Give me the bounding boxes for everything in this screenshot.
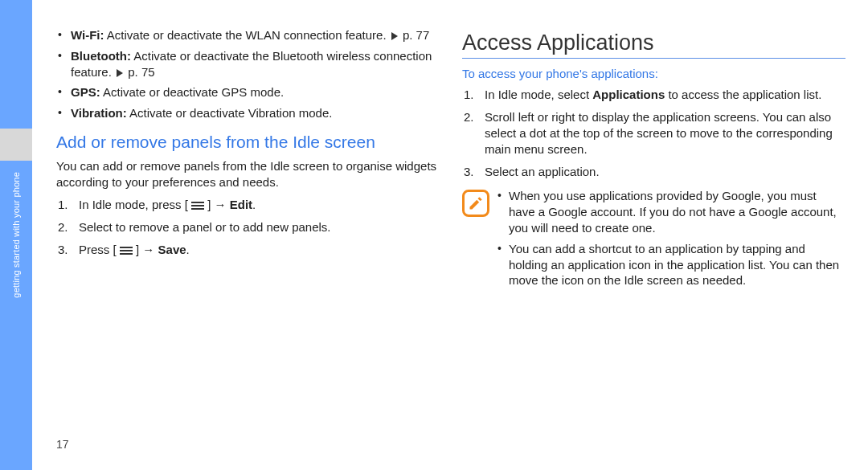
bullet-ref: p. 77 bbox=[399, 28, 430, 42]
step-text: to remove a panel or bbox=[116, 220, 230, 234]
menu-icon bbox=[120, 246, 133, 255]
triangle-icon bbox=[117, 69, 123, 77]
bullet-text: Activate or deactivate the WLAN connecti… bbox=[104, 28, 390, 42]
left-column: Wi-Fi: Activate or deactivate the WLAN c… bbox=[56, 27, 440, 448]
step-1: In Idle mode, select Applications to acc… bbox=[462, 87, 845, 103]
bullet-vibration: Vibration: Activate or deactivate Vibrat… bbox=[56, 105, 440, 121]
bullet-gps: GPS: Activate or deactivate GPS mode. bbox=[56, 84, 440, 100]
menu-icon bbox=[191, 201, 204, 210]
subheading: To access your phone's applications: bbox=[462, 67, 845, 80]
note-body: When you use applications provided by Go… bbox=[497, 188, 845, 293]
manual-page: getting started with your phone Wi-Fi: A… bbox=[0, 0, 868, 470]
step-bold: Applications bbox=[592, 88, 665, 101]
step-text: to add new panels. bbox=[230, 220, 331, 234]
feature-bullet-list: Wi-Fi: Activate or deactivate the WLAN c… bbox=[56, 27, 440, 121]
content-columns: Wi-Fi: Activate or deactivate the WLAN c… bbox=[56, 27, 845, 448]
section-heading-add-remove: Add or remove panels from the Idle scree… bbox=[56, 133, 440, 152]
step-text: In Idle mode, press [ bbox=[79, 198, 191, 211]
note-box: When you use applications provided by Go… bbox=[462, 188, 845, 293]
step-3: Select an application. bbox=[462, 164, 845, 180]
step-text: ] → bbox=[133, 243, 158, 256]
note-bullet-2: You can add a shortcut to an application… bbox=[497, 241, 845, 288]
step-text: Scroll left or right to display the appl… bbox=[485, 110, 833, 156]
step-2: Select to remove a panel or to add new p… bbox=[56, 219, 440, 235]
step-text: In Idle mode, select bbox=[485, 88, 592, 101]
note-bullet-list: When you use applications provided by Go… bbox=[497, 188, 845, 288]
bullet-wifi: Wi-Fi: Activate or deactivate the WLAN c… bbox=[56, 27, 440, 43]
step-text: ] → bbox=[204, 198, 230, 211]
step-text: . bbox=[186, 243, 190, 256]
step-1: In Idle mode, press [ ] → Edit. bbox=[56, 197, 440, 213]
triangle-icon bbox=[391, 32, 398, 40]
step-text: Select bbox=[79, 220, 116, 234]
right-column: Access Applications To access your phone… bbox=[462, 27, 845, 448]
note-text: You can add a shortcut to an application… bbox=[509, 242, 839, 288]
step-bold: Save bbox=[158, 243, 186, 256]
step-text: Select an application. bbox=[485, 165, 600, 178]
bullet-bold: Bluetooth: bbox=[71, 49, 131, 63]
bullet-bold: Vibration: bbox=[71, 106, 127, 120]
page-title: Access Applications bbox=[462, 31, 845, 59]
steps-list-right: In Idle mode, select Applications to acc… bbox=[462, 87, 845, 180]
bullet-bold: GPS: bbox=[71, 85, 100, 99]
note-text: When you use applications provided by Go… bbox=[509, 189, 837, 235]
bullet-text: Activate or deactivate Vibration mode. bbox=[127, 106, 333, 120]
bullet-bluetooth: Bluetooth: Activate or deactivate the Bl… bbox=[56, 48, 440, 80]
page-number: 17 bbox=[56, 438, 69, 451]
section-paragraph: You can add or remove panels from the Id… bbox=[56, 158, 440, 190]
side-tab-label-wrap: getting started with your phone bbox=[0, 0, 32, 470]
step-3: Press [ ] → Save. bbox=[56, 242, 440, 258]
bullet-ref: p. 75 bbox=[125, 65, 155, 79]
step-bold: Edit bbox=[230, 198, 252, 211]
step-2: Scroll left or right to display the appl… bbox=[462, 109, 845, 157]
note-icon bbox=[462, 190, 489, 217]
bullet-text: Activate or deactivate GPS mode. bbox=[100, 85, 284, 99]
steps-list-left: In Idle mode, press [ ] → Edit. Select t… bbox=[56, 197, 440, 258]
step-text: to access the application list. bbox=[665, 88, 821, 101]
pencil-note-icon bbox=[468, 195, 484, 211]
step-text: Press [ bbox=[79, 243, 120, 256]
note-bullet-1: When you use applications provided by Go… bbox=[497, 188, 845, 235]
bullet-bold: Wi-Fi: bbox=[71, 28, 104, 42]
side-tab-label: getting started with your phone bbox=[11, 172, 21, 298]
step-text: . bbox=[252, 198, 256, 211]
